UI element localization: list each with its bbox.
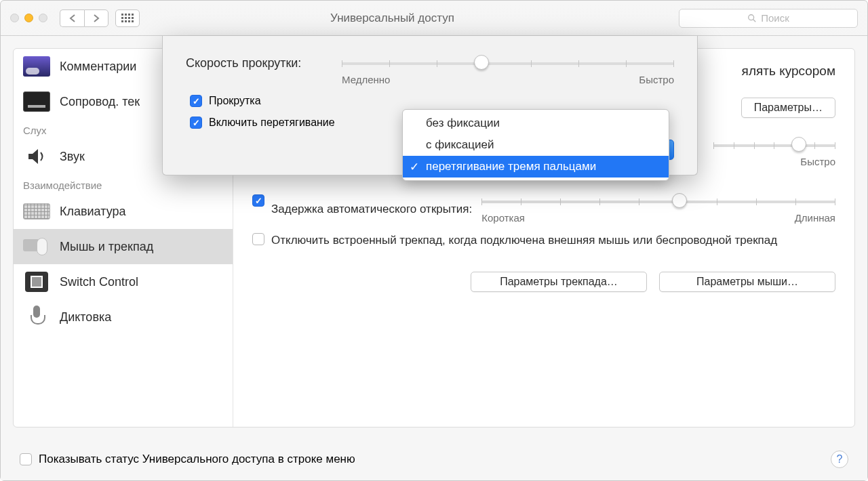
scrolling-checkbox[interactable] xyxy=(190,95,202,107)
search-placeholder: Поиск xyxy=(761,12,789,24)
slider-knob[interactable] xyxy=(791,137,806,152)
minimize-icon[interactable] xyxy=(24,14,33,22)
window-controls xyxy=(10,14,47,22)
drag-mode-dropdown[interactable]: без фиксации с фиксацией перетягивание т… xyxy=(402,109,669,181)
search-icon xyxy=(747,14,757,23)
sidebar-item-label: Клавиатура xyxy=(60,205,126,219)
show-status-label: Показывать статус Универсального доступа… xyxy=(39,453,355,466)
dropdown-option-with-lock[interactable]: с фиксацией xyxy=(403,134,669,156)
spring-delay-label: Задержка автоматического открытия: xyxy=(271,203,472,216)
cursor-row-label: ялять курсором xyxy=(742,64,835,79)
enable-drag-checkbox[interactable] xyxy=(190,117,202,129)
search-input[interactable]: Поиск xyxy=(679,9,858,28)
scroll-speed-slider[interactable] xyxy=(342,56,674,70)
close-icon[interactable] xyxy=(10,14,19,22)
dropdown-option-three-finger[interactable]: перетягивание тремя пальцами xyxy=(403,156,669,177)
sidebar-item-dictation[interactable]: Диктовка xyxy=(14,299,233,335)
mouse-icon xyxy=(23,236,50,257)
back-button[interactable] xyxy=(60,9,84,27)
spring-delay-checkbox[interactable] xyxy=(252,194,264,207)
enable-drag-label: Включить перетягивание xyxy=(209,117,335,129)
trackpad-params-button[interactable]: Параметры трекпада… xyxy=(471,272,647,292)
comments-icon xyxy=(23,56,50,77)
slider-knob[interactable] xyxy=(474,55,489,70)
sidebar-item-switch-control[interactable]: Switch Control xyxy=(14,264,233,299)
slider-max-label: Длинная xyxy=(795,212,835,224)
keyboard-icon xyxy=(23,203,50,219)
slider-min-label: Короткая xyxy=(481,212,525,224)
scroll-speed-label: Скорость прокрутки: xyxy=(186,56,342,70)
show-status-checkbox[interactable] xyxy=(20,453,32,465)
forward-button[interactable] xyxy=(84,9,108,27)
sidebar-item-label: Комментарии xyxy=(60,60,136,74)
sidebar-item-mouse-trackpad[interactable]: Мышь и трекпад xyxy=(14,229,233,264)
disable-trackpad-label: Отключить встроенный трекпад, когда подк… xyxy=(271,233,777,249)
mic-icon xyxy=(26,306,47,329)
disable-trackpad-checkbox[interactable] xyxy=(252,233,264,245)
svg-point-0 xyxy=(749,14,754,20)
doubleclick-slider[interactable] xyxy=(713,138,835,152)
dropdown-option-no-lock[interactable]: без фиксации xyxy=(403,112,669,134)
scrolling-label: Прокрутка xyxy=(209,95,261,107)
options-sheet: Скорость прокрутки: Медленно Быстро Прок… xyxy=(162,36,698,175)
slider-max-label: Быстро xyxy=(800,156,835,167)
maximize-icon[interactable] xyxy=(39,14,47,22)
speaker-icon xyxy=(26,146,47,167)
sidebar-item-label: Мышь и трекпад xyxy=(60,240,153,254)
sidebar-item-keyboard[interactable]: Клавиатура xyxy=(14,194,233,229)
help-button[interactable]: ? xyxy=(831,451,848,468)
sidebar-item-label: Сопровод. тек xyxy=(60,95,140,109)
sidebar-section-interaction: Взаимодействие xyxy=(14,174,233,194)
sidebar-item-label: Звук xyxy=(60,150,85,164)
switch-icon xyxy=(25,272,48,292)
slider-max-label: Быстро xyxy=(639,74,674,85)
params-button[interactable]: Параметры… xyxy=(741,98,835,118)
mouse-params-button[interactable]: Параметры мыши… xyxy=(659,272,835,292)
sidebar-item-label: Диктовка xyxy=(60,310,111,325)
titlebar: Универсальный доступ Поиск xyxy=(1,1,867,36)
slider-min-label: Медленно xyxy=(342,74,390,85)
spring-delay-slider[interactable] xyxy=(481,194,835,208)
sidebar-item-label: Switch Control xyxy=(60,275,138,289)
window-title: Универсальный доступ xyxy=(106,12,679,25)
slider-knob[interactable] xyxy=(672,193,687,208)
svg-line-1 xyxy=(753,19,756,22)
captions-icon xyxy=(23,91,50,112)
